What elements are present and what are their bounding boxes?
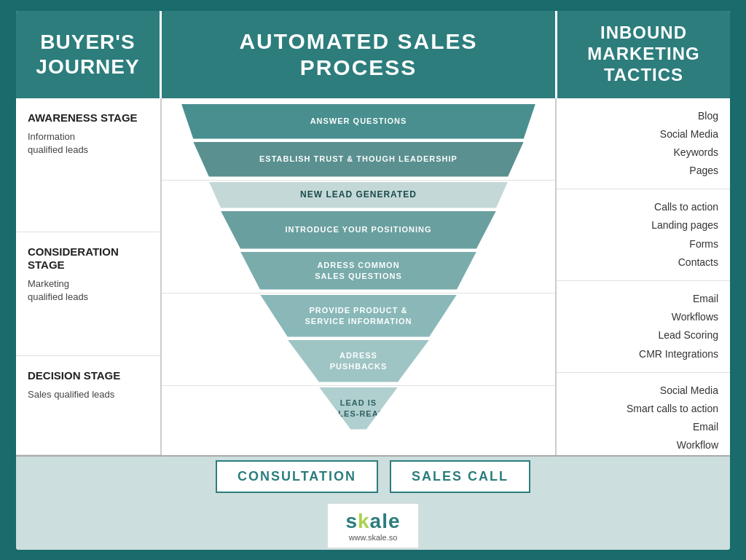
awareness-stage-cell: AWARENESS STAGE Informationqualified lea…: [16, 98, 160, 232]
logo-url: www.skale.so: [349, 533, 398, 542]
tactic-cell-1: BlogSocial MediaKeywordsPages: [557, 98, 730, 190]
tactic-1-text: BlogSocial MediaKeywordsPages: [660, 107, 718, 181]
divider-2: [162, 293, 555, 293]
funnel-step-4: ADRESS COMMONSALES QUESTIONS: [162, 252, 555, 290]
consultation-box[interactable]: CONSULTATION: [216, 460, 378, 493]
funnel-step-2: ESTABLISH TRUST & THOUGH LEADERSHIP: [162, 142, 555, 177]
decision-stage-subtitle: Sales qualified leads: [28, 388, 149, 401]
consideration-stage-cell: CONSIDERATION STAGE Marketingqualified l…: [16, 232, 160, 356]
tactic-2-text: Calls to actionLanding pagesFormsContact…: [651, 198, 718, 272]
awareness-stage-subtitle: Informationqualified leads: [28, 130, 149, 157]
funnel-container: ANSWER QUESTIONS ESTABLISH TRUST & THOUG…: [162, 104, 555, 455]
tactic-cell-4: Social MediaSmart calls to actionEmailWo…: [557, 373, 730, 465]
logo-accent: k: [358, 510, 370, 532]
sales-call-box[interactable]: SALES CALL: [390, 460, 530, 493]
cta-row: CONSULTATION SALES CALL: [216, 460, 530, 493]
funnel-column: ANSWER QUESTIONS ESTABLISH TRUST & THOUG…: [162, 98, 555, 455]
header-automated-sales: AUTOMATED SALESPROCESS: [162, 11, 555, 98]
funnel-step-4-text: ADRESS COMMONSALES QUESTIONS: [307, 259, 409, 283]
consideration-stage-title: CONSIDERATION STAGE: [28, 245, 149, 272]
tactic-4-text: Social MediaSmart calls to actionEmailWo…: [627, 382, 718, 455]
funnel-step-2-text: ESTABLISH TRUST & THOUGH LEADERSHIP: [252, 152, 465, 165]
funnel-step-7: LEAD ISSALES-READY: [162, 387, 555, 430]
funnel-content: ANSWER QUESTIONS ESTABLISH TRUST & THOUG…: [162, 98, 555, 455]
divider-3: [162, 385, 555, 386]
decision-stage-title: DECISION STAGE: [28, 369, 149, 382]
funnel-step-3: INTRODUCE YOUR POSITIONING: [162, 211, 555, 249]
funnel-step-1: ANSWER QUESTIONS: [162, 104, 555, 139]
header-row: BUYER'SJOURNEY AUTOMATED SALESPROCESS IN…: [16, 11, 730, 98]
main-container: BUYER'SJOURNEY AUTOMATED SALESPROCESS IN…: [16, 11, 730, 550]
awareness-stage-title: AWARENESS STAGE: [28, 111, 149, 125]
logo-text: skale: [345, 510, 400, 533]
logo-box: skale www.skale.so: [327, 503, 418, 548]
tactic-cell-3: EmailWorkflowsLead ScoringCMR Integratio…: [557, 281, 730, 373]
tactics-column: BlogSocial MediaKeywordsPages Calls to a…: [555, 98, 730, 455]
funnel-step-3-text: INTRODUCE YOUR POSITIONING: [278, 223, 439, 236]
funnel-step-6-text: ADRESSPUSHBACKS: [323, 349, 395, 373]
tactic-3-text: EmailWorkflowsLead ScoringCMR Integratio…: [639, 290, 718, 363]
funnel-step-7-text: LEAD ISSALES-READY: [318, 396, 398, 420]
decision-stage-cell: DECISION STAGE Sales qualified leads: [16, 356, 160, 454]
funnel-step-1-text: ANSWER QUESTIONS: [303, 114, 415, 127]
consideration-stage-subtitle: Marketingqualified leads: [28, 277, 149, 304]
content-row: AWARENESS STAGE Informationqualified lea…: [16, 98, 730, 455]
buyers-journey-column: AWARENESS STAGE Informationqualified lea…: [16, 98, 162, 455]
divider-1: [162, 180, 555, 181]
tactic-cell-2: Calls to actionLanding pagesFormsContact…: [557, 189, 730, 281]
funnel-step-highlight: NEW LEAD GENERATED: [162, 182, 555, 208]
header-buyers-journey: BUYER'SJOURNEY: [16, 11, 162, 98]
bottom-section: CONSULTATION SALES CALL skale www.skale.…: [16, 455, 730, 550]
funnel-step-5-text: PROVIDE PRODUCT &SERVICE INFORMATION: [298, 304, 420, 328]
header-inbound-marketing: INBOUNDMARKETINGTACTICS: [555, 11, 730, 98]
funnel-step-6: ADRESSPUSHBACKS: [162, 340, 555, 382]
funnel-step-5: PROVIDE PRODUCT &SERVICE INFORMATION: [162, 295, 555, 337]
funnel-step-highlight-text: NEW LEAD GENERATED: [293, 188, 424, 202]
